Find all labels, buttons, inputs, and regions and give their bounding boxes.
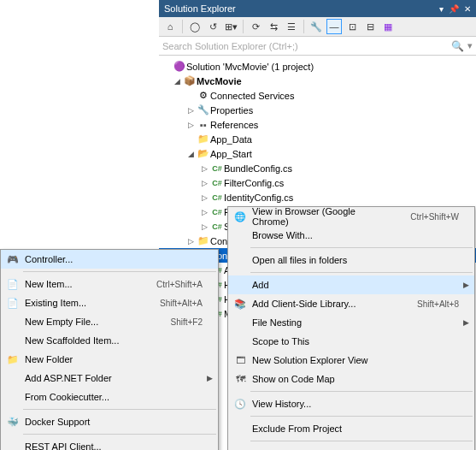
search-input[interactable] [162,41,451,51]
sub-aspfolder[interactable]: Add ASP.NET Folder▶ [1,369,218,388]
sub-rest[interactable]: REST API Client... [1,437,218,450]
menu-open-all[interactable]: Open all files in folders [228,251,474,269]
existing-icon: 📄 [6,298,20,309]
pane-title: Solution Explorer [164,3,439,14]
toolbar: ⌂ ◯ ↺ ⊞▾ ⟳ ⇆ ☰ 🔧 — ⊡ ⊟ ▦ [159,17,476,37]
menu-exclude[interactable]: Exclude From Project [228,419,474,438]
menu-cut[interactable]: ✂CutCtrl+X [228,444,474,450]
refresh-icon[interactable]: ⟳ [248,19,263,34]
sub-existingitem[interactable]: 📄Existing Item...Shift+Alt+A [1,293,218,312]
newitem-icon: 📄 [6,279,20,290]
folder-icon: 📁 [6,354,20,365]
home-icon[interactable]: ⌂ [162,19,178,34]
project-node[interactable]: ◢📦MvcMovie [159,74,476,88]
sub-newitem[interactable]: 📄New Item...Ctrl+Shift+A [1,275,218,293]
sub-newfolder[interactable]: 📁New Folder [1,350,218,369]
properties-icon[interactable]: 🔧 [309,19,324,34]
menu-history[interactable]: 🕓View History... [228,394,474,413]
menu-add[interactable]: Add▶ [228,275,474,294]
sub-cookie[interactable]: From Cookiecutter... [1,388,218,406]
expand-icon[interactable]: ☰ [284,19,299,34]
toggle-icon[interactable]: ⊞▾ [223,19,238,34]
search-icon[interactable]: 🔍 [451,40,464,52]
menu-codemap[interactable]: 🗺Show on Code Map [228,370,474,388]
submenu-arrow-icon: ▶ [207,374,213,382]
menu-view-browser[interactable]: 🌐View in Browser (Google Chrome)Ctrl+Shi… [228,207,474,226]
menu-add-client[interactable]: 📚Add Client-Side Library...Shift+Alt+8 [228,294,474,313]
sync-icon[interactable]: ⊟ [362,19,378,34]
submenu-arrow-icon: ▶ [463,281,469,289]
menu-new-view[interactable]: 🗔New Solution Explorer View [228,351,474,370]
context-menu: 🌐View in Browser (Google Chrome)Ctrl+Shi… [227,206,475,450]
file-identity[interactable]: ▷C#IdentityConfig.cs [159,190,476,204]
pin-icon[interactable]: 📌 [449,4,459,14]
docker-icon: 🐳 [6,417,20,428]
library-icon: 📚 [233,299,247,310]
connected-services[interactable]: ⚙Connected Services [159,88,476,103]
browser-icon: 🌐 [233,211,247,222]
preview-icon[interactable]: ⊡ [344,19,360,34]
window-icon: 🗔 [233,355,247,365]
sub-newempty[interactable]: New Empty File...Shift+F2 [1,312,218,331]
close-icon[interactable]: ✕ [464,4,471,14]
submenu-arrow-icon: ▶ [463,318,469,327]
sub-controller[interactable]: 🎮Controller... [1,250,218,269]
appstart-node[interactable]: ◢📂App_Start [159,146,476,161]
controller-icon: 🎮 [6,254,20,265]
menu-file-nesting[interactable]: File Nesting▶ [228,313,474,332]
pane-titlebar[interactable]: Solution Explorer ▾ 📌 ✕ [159,0,476,17]
menu-browse-with[interactable]: Browse With... [228,226,474,245]
references-node[interactable]: ▷▪▪References [159,117,476,132]
file-filter[interactable]: ▷C#FilterConfig.cs [159,175,476,190]
search-row: 🔍 ▾ [159,37,476,56]
forward-icon[interactable]: ↺ [205,19,220,34]
properties-node[interactable]: ▷🔧Properties [159,103,476,117]
menu-scope[interactable]: Scope to This [228,332,474,351]
back-icon[interactable]: ◯ [187,19,203,34]
solution-node[interactable]: 🟣Solution 'MvcMovie' (1 project) [159,59,476,74]
sub-docker[interactable]: 🐳Docker Support [1,412,218,431]
collapse-icon[interactable]: ⇆ [266,19,281,34]
file-bundle[interactable]: ▷C#BundleConfig.cs [159,161,476,175]
codemap-icon: 🗺 [233,374,247,384]
history-icon: 🕓 [233,399,247,410]
sub-scaffold[interactable]: New Scaffolded Item... [1,331,218,350]
view-icon[interactable]: ▦ [380,19,396,34]
appdata-node[interactable]: 📁App_Data [159,132,476,146]
add-submenu: 🎮Controller... 📄New Item...Ctrl+Shift+A … [0,249,219,450]
dropdown-icon[interactable]: ▾ [439,4,444,14]
showall-icon[interactable]: — [326,19,342,34]
